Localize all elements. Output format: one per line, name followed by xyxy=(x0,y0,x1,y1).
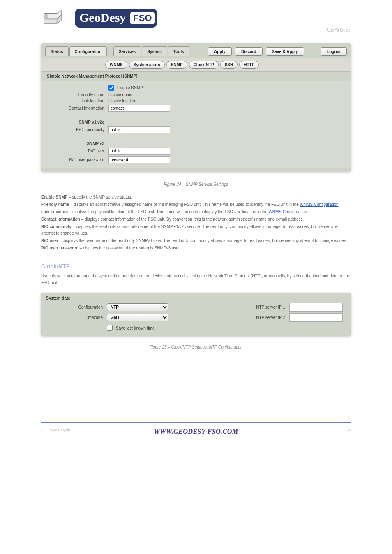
def-contact-info-term: Contact information xyxy=(41,217,80,222)
def-ro-community-text: – displays the read-only community name … xyxy=(41,224,338,235)
system-date-panel: System date Configuration NTP NTP server… xyxy=(41,293,351,336)
brand-sub: FSO xyxy=(130,12,155,24)
ro-user-pwd-label: R/O user password xyxy=(47,157,108,162)
save-apply-button[interactable]: Save & Apply xyxy=(266,47,304,56)
ntp2-input[interactable] xyxy=(289,313,343,322)
subtab-clock-ntp[interactable]: Clock/NTP xyxy=(189,61,219,69)
clock-ntp-heading: Clock/NTP xyxy=(41,263,351,270)
def-link-location-term: Link Location xyxy=(41,210,68,214)
footer-page-number: 26 xyxy=(347,428,351,432)
timezone-label: Timezone xyxy=(45,315,107,320)
top-actions: Apply Discard Save & Apply Logout xyxy=(208,47,347,56)
ro-user-label: R/O user xyxy=(47,149,108,153)
def-ro-community-term: R/O community xyxy=(41,224,71,229)
contact-info-label: Contact information xyxy=(47,106,108,111)
wnms-config-link-2[interactable]: WNMS Configuration xyxy=(268,210,307,214)
ro-user-pwd-input[interactable] xyxy=(108,156,170,163)
configuration-select[interactable]: NTP xyxy=(107,303,168,311)
ntp1-input[interactable] xyxy=(289,303,343,312)
wnms-config-link-1[interactable]: WNMS Configuration xyxy=(300,202,339,207)
subtab-wnms[interactable]: WNMS xyxy=(105,61,127,69)
doc-subtitle: User's Guide xyxy=(327,28,351,32)
ro-community-label: R/O community xyxy=(47,127,108,132)
footer-left: Free Space Optics xyxy=(41,428,72,432)
def-ro-user-pwd-term: R/O user password xyxy=(41,246,78,250)
tab-tools[interactable]: Tools xyxy=(168,46,189,56)
discard-button[interactable]: Discard xyxy=(235,47,263,56)
snmp-config-panel: Status Configuration Services System Too… xyxy=(41,43,351,171)
ntp2-label: NTP server IP 2 xyxy=(228,315,289,320)
top-nav: Status Configuration Services System Too… xyxy=(41,43,351,58)
apply-button[interactable]: Apply xyxy=(208,47,232,56)
ro-community-input[interactable] xyxy=(108,126,170,133)
ro-user-input[interactable] xyxy=(108,148,170,155)
timezone-select[interactable]: GMT xyxy=(107,314,168,321)
tab-system[interactable]: System xyxy=(142,46,167,56)
def-enable-snmp-text: – specify the SNMP service status. xyxy=(67,195,132,199)
enable-snmp-checkbox[interactable]: Enable SNMP xyxy=(108,85,143,91)
svg-marker-2 xyxy=(44,19,57,24)
subtab-snmp[interactable]: SNMP xyxy=(166,61,187,69)
figure-caption-25: Figure 25 – Clock/NTP Settings: NTP Conf… xyxy=(41,345,351,349)
footer-brand: WWW.GEODESY-FSO.COM xyxy=(154,428,238,435)
def-ro-user-term: R/O user xyxy=(41,238,58,243)
link-location-value: Device location xyxy=(108,99,136,103)
snmp-v12c-header: SNMP v1/v2c xyxy=(47,120,108,125)
snmp-section-title: Simple Network Management Protocol (SNMP… xyxy=(41,72,351,81)
sub-tabs: WNMS System alerts SNMP Clock/NTP SSH HT… xyxy=(41,58,351,72)
camera-icon xyxy=(41,7,70,29)
friendly-name-label: Friendly name xyxy=(47,92,108,97)
def-link-location-text: – displays the physical location of the … xyxy=(68,210,268,214)
def-ro-user-pwd-text: – displays the password of the read-only… xyxy=(78,246,180,250)
subtab-http[interactable]: HTTP xyxy=(239,61,259,69)
svg-point-3 xyxy=(44,14,48,18)
def-ro-user-text: – displays the user name of the read-onl… xyxy=(58,238,347,243)
figure-caption-24: Figure 24 – SNMP Service Settings xyxy=(41,182,351,187)
configuration-label: Configuration xyxy=(45,305,107,309)
def-friendly-name-text: – displays an administratively assigned … xyxy=(69,202,300,207)
definitions-block: Enable SNMP – specify the SNMP service s… xyxy=(41,194,351,252)
main-tabs: Status Configuration Services System Too… xyxy=(45,46,190,56)
page-header: GeoDesy FSO User's Guide xyxy=(0,0,392,32)
save-last-known-time-checkbox[interactable]: Save last known time xyxy=(107,323,347,331)
brand-logo: GeoDesy FSO xyxy=(75,9,157,28)
ntp1-label: NTP server IP 1 xyxy=(228,305,289,309)
friendly-name-value: Device name xyxy=(108,92,132,97)
def-enable-snmp-term: Enable SNMP xyxy=(41,195,67,199)
clock-ntp-intro: Use this section to manage the system ti… xyxy=(41,273,351,286)
tab-status[interactable]: Status xyxy=(45,46,69,56)
save-last-known-time-label: Save last known time xyxy=(116,326,155,330)
subtab-system-alerts[interactable]: System alerts xyxy=(129,61,165,69)
snmp-v3-header: SNMP v3 xyxy=(47,141,108,146)
enable-snmp-label: Enable SNMP xyxy=(117,85,143,90)
tab-configuration[interactable]: Configuration xyxy=(69,46,107,56)
brand-main: GeoDesy xyxy=(76,10,129,26)
page-content: Status Configuration Services System Too… xyxy=(0,32,392,373)
tab-services[interactable]: Services xyxy=(113,46,141,56)
link-location-label: Link location xyxy=(47,99,108,103)
system-date-title: System date xyxy=(45,295,347,303)
def-contact-info-text: – displays contact information of the FS… xyxy=(80,217,304,222)
page-footer: Free Space Optics WWW.GEODESY-FSO.COM 26 xyxy=(41,422,351,435)
contact-info-input[interactable] xyxy=(108,105,170,112)
logout-button[interactable]: Logout xyxy=(321,47,347,56)
subtab-ssh[interactable]: SSH xyxy=(220,61,238,69)
snmp-section-body: Enable SNMP Friendly name Device name Li… xyxy=(41,81,351,168)
def-friendly-name-term: Friendly name xyxy=(41,202,69,207)
